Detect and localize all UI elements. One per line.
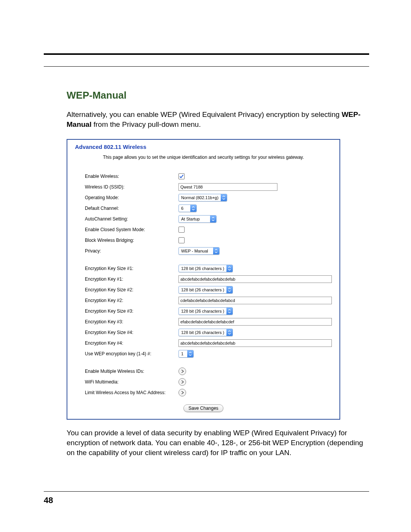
row-enable-wireless: Enable Wireless: [85,172,332,181]
row-operating-mode: Operating Mode: Normal (802.11b+g) [85,193,332,202]
checkbox-block-bridging[interactable] [178,237,185,243]
document-page: WEP-Manual Alternatively, you can enable… [0,0,411,532]
row-keysize-2: Encryption Key Size #2: 128 bit (26 char… [85,286,332,294]
chevrons-icon [226,329,233,336]
top-thin-rule [44,66,369,67]
row-multi-ssid: Enable Multiple Wireless IDs: [85,367,332,375]
chevrons-icon [210,216,216,222]
row-block-bridging: Block Wireless Bridging: [85,236,332,244]
input-key-4[interactable] [178,339,332,347]
select-channel[interactable]: 6 [178,204,197,212]
top-heavy-rule [44,53,369,55]
row-key-4: Encryption Key #4: [85,339,332,347]
intro-paragraph: Alternatively, you can enable WEP (Wired… [67,110,369,129]
select-use-key[interactable]: 1 [178,350,194,358]
expand-mac-limit-button[interactable] [178,389,186,396]
select-value-keysize-4: 128 bit (26 characters ) [179,329,226,336]
select-value-keysize-2: 128 bit (26 characters ) [179,286,226,293]
select-value-channel: 6 [179,205,190,212]
label-key-3: Encryption Key #3: [85,319,178,324]
label-privacy: Privacy: [85,248,178,254]
row-use-key: Use WEP encryption key (1-4) #: 1 [85,350,332,358]
row-mac-limit: Limit Wireless Access by MAC Address: [85,388,332,397]
checkbox-enable-wireless[interactable] [178,173,185,179]
chevrons-icon [226,265,233,272]
input-key-1[interactable] [178,275,332,283]
row-key-2: Encryption Key #2: [85,296,332,305]
label-wmm: WiFi Multimedia: [85,379,178,385]
select-operating-mode[interactable]: Normal (802.11b+g) [178,194,227,201]
bottom-thin-rule [44,491,369,492]
label-operating-mode: Operating Mode: [85,195,178,200]
label-keysize-4: Encryption Key Size #4: [85,330,178,335]
row-keysize-3: Encryption Key Size #3: 128 bit (26 char… [85,307,332,315]
tail-paragraph: You can provide a level of data security… [67,428,369,457]
row-channel: Default Channel: 6 [85,204,332,212]
select-value-keysize-3: 128 bit (26 characters ) [179,308,226,315]
expand-multi-ssid-button[interactable] [178,367,186,375]
expand-wmm-button[interactable] [178,378,186,386]
label-enable-wireless: Enable Wireless: [85,174,178,179]
chevrons-icon [226,308,233,315]
intro-text-2: from the Privacy pull-down menu. [91,120,201,128]
row-privacy: Privacy: WEP - Manual [85,247,332,255]
select-value-privacy: WEP - Manual [179,248,213,254]
label-mac-limit: Limit Wireless Access by MAC Address: [85,390,178,395]
save-row: Save Changes [75,404,332,412]
label-use-key: Use WEP encryption key (1-4) #: [85,351,178,356]
select-keysize-3[interactable]: 128 bit (26 characters ) [178,307,233,315]
page-number: 48 [44,495,53,505]
chevrons-icon [213,248,219,254]
select-value-autochannel: At Startup [179,216,210,222]
row-key-1: Encryption Key #1: [85,275,332,283]
chevron-right-icon [181,370,184,373]
label-autochannel: AutoChannel Setting: [85,216,178,222]
checkbox-closed-system[interactable] [178,227,185,233]
save-changes-button[interactable]: Save Changes [183,404,223,412]
select-value-operating-mode: Normal (802.11b+g) [179,194,221,201]
select-value-use-key: 1 [179,350,187,357]
chevrons-icon [226,286,233,293]
select-keysize-2[interactable]: 128 bit (26 characters ) [178,286,233,294]
section-heading: WEP-Manual [67,89,369,101]
chevron-right-icon [181,391,184,394]
label-block-bridging: Block Wireless Bridging: [85,238,178,243]
label-keysize-1: Encryption Key Size #1: [85,266,178,271]
label-closed-system: Enable Closed System Mode: [85,227,178,232]
select-value-keysize-1: 128 bit (26 characters ) [179,265,226,272]
panel-description: This page allows you to set the unique i… [75,155,332,160]
row-closed-system: Enable Closed System Mode: [85,225,332,234]
row-autochannel: AutoChannel Setting: At Startup [85,215,332,223]
row-keysize-4: Encryption Key Size #4: 128 bit (26 char… [85,328,332,337]
select-keysize-4[interactable]: 128 bit (26 characters ) [178,329,233,336]
label-key-1: Encryption Key #1: [85,276,178,282]
input-key-3[interactable] [178,318,332,326]
input-ssid[interactable] [178,183,277,191]
chevrons-icon [190,205,196,212]
row-key-3: Encryption Key #3: [85,318,332,326]
row-ssid: Wireless ID (SSID): [85,183,332,191]
label-keysize-3: Encryption Key Size #3: [85,308,178,314]
chevrons-icon [187,350,193,357]
select-privacy[interactable]: WEP - Manual [178,247,220,255]
chevrons-icon [221,194,227,201]
label-key-4: Encryption Key #4: [85,340,178,346]
label-multi-ssid: Enable Multiple Wireless IDs: [85,369,178,374]
select-autochannel[interactable]: At Startup [178,215,217,223]
intro-text-1: Alternatively, you can enable WEP (Wired… [67,110,342,118]
wireless-panel: Advanced 802.11 Wireless This page allow… [67,139,340,420]
row-keysize-1: Encryption Key Size #1: 128 bit (26 char… [85,264,332,273]
panel-title: Advanced 802.11 Wireless [75,144,332,150]
label-keysize-2: Encryption Key Size #2: [85,287,178,292]
select-keysize-1[interactable]: 128 bit (26 characters ) [178,265,233,272]
row-wmm: WiFi Multimedia: [85,378,332,386]
label-key-2: Encryption Key #2: [85,298,178,303]
label-ssid: Wireless ID (SSID): [85,184,178,190]
chevron-right-icon [181,380,184,383]
check-icon [179,174,184,179]
input-key-2[interactable] [178,297,332,304]
form-area: Enable Wireless: Wireless ID (SSID): Ope… [85,172,332,397]
label-channel: Default Channel: [85,206,178,211]
